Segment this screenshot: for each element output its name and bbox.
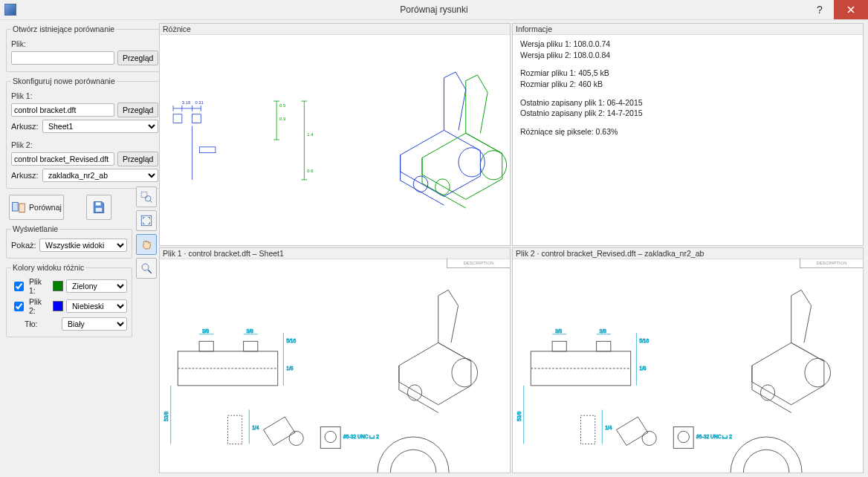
svg-rect-2 [96, 202, 101, 205]
diff-drawing: 3.18 0.31 0.5 0.3 1.4 [160, 34, 510, 245]
pan-button[interactable] [136, 234, 157, 255]
compare-button[interactable]: Porównaj [9, 195, 64, 220]
close-button[interactable] [834, 0, 868, 19]
svg-point-40 [289, 431, 303, 445]
file2-pane[interactable]: Plik 2 · control bracket_Revised.dft – z… [512, 247, 864, 473]
diff-canvas[interactable]: 3.18 0.31 0.5 0.3 1.4 [160, 34, 510, 245]
svg-line-9 [148, 270, 152, 273]
svg-text:1.4: 1.4 [307, 132, 314, 137]
file1-title: Plik 1 · control bracket.dft – Sheet1 [160, 248, 510, 259]
svg-text:0.5: 0.5 [279, 103, 286, 108]
svg-point-67 [760, 385, 774, 400]
file1-drawing: 3/8 3/8 5/16 1/8 53/8 1/4 #6-32 UNC ⌴ 2 [160, 259, 510, 473]
file1-canvas[interactable]: 3/8 3/8 5/16 1/8 53/8 1/4 #6-32 UNC ⌴ 2 [160, 259, 510, 473]
svg-point-65 [678, 431, 689, 442]
left-sidebar: Otwórz istniejące porównanie Plik: Przeg… [0, 20, 135, 477]
info-saved2: Ostatnio zapisany plik 2: 14-7-2015 [520, 108, 855, 119]
svg-rect-3 [96, 208, 102, 212]
file2-title: Plik 2 · control bracket_Revised.dft – z… [513, 248, 863, 259]
file1-input[interactable] [11, 103, 114, 117]
info-size1: Rozmiar pliku 1: 405,5 kB [520, 68, 855, 79]
file2-input[interactable] [11, 152, 114, 166]
file2-color-checkbox[interactable] [14, 302, 24, 311]
zoom-area-icon [140, 190, 153, 204]
svg-rect-1 [19, 204, 25, 212]
help-button[interactable]: ? [806, 0, 834, 19]
info-body: Wersja pliku 1: 108.0.0.74 Wersja pliku … [513, 34, 863, 245]
save-icon [91, 200, 106, 215]
open-existing-legend: Otwórz istniejące porównanie [11, 25, 116, 33]
compare-label: Porównaj [29, 203, 62, 212]
svg-point-34 [413, 176, 428, 192]
save-button[interactable] [86, 195, 111, 220]
svg-rect-10 [173, 114, 182, 123]
svg-text:3/8: 3/8 [202, 328, 210, 334]
svg-rect-62 [581, 415, 595, 444]
svg-rect-64 [673, 427, 693, 449]
bg-color-select[interactable]: Biały [62, 317, 127, 331]
window-controls: ? [806, 0, 868, 19]
svg-text:3/8: 3/8 [555, 328, 563, 334]
diff-colors-group: Kolory widoku różnic Plik 1: Zielony Pli… [6, 263, 132, 337]
show-select[interactable]: Wszystkie widoki [39, 238, 127, 252]
file2-canvas[interactable]: 3/8 3/8 5/16 1/8 53/8 1/4 #6-32 UNC ⌴ 2 [513, 259, 863, 473]
svg-text:53/8: 53/8 [516, 412, 522, 421]
info-size2: Rozmiar pliku 2: 460 kB [520, 79, 855, 90]
pan-hand-icon [140, 238, 153, 251]
info-saved1: Ostatnio zapisany plik 1: 06-4-2015 [520, 97, 855, 108]
open-file-input[interactable] [11, 51, 114, 65]
svg-text:0.3: 0.3 [279, 117, 285, 121]
info-pane: Informacje Wersja pliku 1: 108.0.0.74 We… [512, 23, 864, 246]
svg-text:5/16: 5/16 [639, 338, 649, 343]
svg-rect-60 [597, 341, 611, 351]
info-title: Informacje [513, 24, 863, 35]
svg-point-66 [805, 358, 831, 386]
svg-text:1/8: 1/8 [286, 366, 294, 371]
app-icon [4, 4, 16, 16]
sheet2-label: Arkusz: [11, 171, 39, 180]
svg-text:3/8: 3/8 [599, 328, 606, 334]
diff-title: Różnice [160, 24, 510, 35]
svg-rect-37 [244, 341, 258, 351]
svg-text:3.18: 3.18 [182, 100, 190, 105]
magnifier-icon [140, 262, 153, 275]
display-group: Wyświetlanie Pokaż: Wszystkie widoki [6, 224, 132, 259]
compare-icon [11, 200, 26, 215]
info-ver1: Wersja pliku 1: 108.0.0.74 [520, 39, 855, 50]
file2-color-select[interactable]: Niebieski [66, 299, 127, 313]
file2-drawing: 3/8 3/8 5/16 1/8 53/8 1/4 #6-32 UNC ⌴ 2 [513, 259, 863, 473]
bg-color-label: Tło: [25, 319, 45, 328]
file1-pane[interactable]: Plik 1 · control bracket.dft – Sheet1 DE… [159, 247, 511, 473]
file2-color-label: Plik 2: [29, 297, 50, 315]
svg-point-8 [142, 264, 149, 270]
svg-rect-0 [13, 202, 19, 211]
fit-button[interactable] [136, 210, 157, 231]
diff-colors-legend: Kolory widoku różnic [11, 263, 85, 272]
fit-icon [140, 214, 153, 227]
svg-rect-41 [320, 427, 340, 449]
svg-rect-39 [228, 415, 242, 444]
window-title: Porównaj rysunki [0, 4, 868, 15]
info-pixels: Różniące się piksele: 0.63% [520, 126, 855, 137]
file1-color-select[interactable]: Zielony [66, 279, 127, 293]
file2-color-swatch [53, 301, 63, 311]
svg-rect-59 [552, 341, 566, 351]
svg-line-6 [150, 201, 152, 202]
svg-text:53/8: 53/8 [163, 412, 169, 421]
svg-text:#6-32 UNC ⌴ 2: #6-32 UNC ⌴ 2 [696, 434, 732, 439]
zoom-area-button[interactable] [136, 186, 157, 207]
svg-point-63 [642, 431, 656, 445]
file1-color-checkbox[interactable] [14, 282, 24, 291]
svg-text:0.31: 0.31 [195, 100, 203, 105]
diff-pane[interactable]: Różnice 3.18 0.31 [159, 23, 511, 246]
svg-point-43 [452, 358, 478, 386]
svg-text:5/16: 5/16 [286, 338, 296, 343]
zoom-button[interactable] [136, 258, 157, 279]
titlebar: Porównaj rysunki ? [0, 0, 868, 20]
svg-point-5 [146, 196, 152, 202]
svg-text:3/8: 3/8 [246, 328, 253, 334]
svg-text:1/8: 1/8 [639, 366, 647, 371]
display-legend: Wyświetlanie [11, 224, 59, 233]
viewport-grid: Różnice 3.18 0.31 [158, 20, 868, 477]
svg-rect-11 [192, 114, 201, 123]
